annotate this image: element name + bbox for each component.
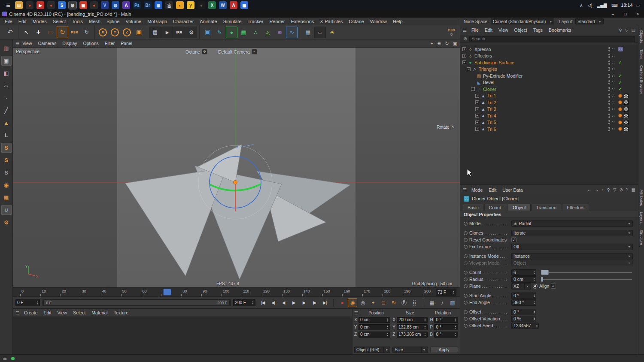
menu-tools[interactable]: Tools [69, 18, 86, 25]
attr-plane-select[interactable]: XZ▼ [511, 283, 531, 290]
s-app-icon[interactable]: S [58, 1, 66, 9]
bridge-icon[interactable]: Br [144, 1, 152, 9]
record-scale-button[interactable]: □ [379, 299, 388, 307]
visibility-dots[interactable] [608, 54, 611, 58]
magnet-snap-icon[interactable]: ∪ [1, 205, 12, 215]
play-button[interactable]: ▶ [289, 299, 298, 307]
grid-blue-app-icon[interactable]: ▦ [240, 1, 248, 9]
menu-render[interactable]: Render [266, 18, 288, 25]
rotation-h-field[interactable]: 0 °▲▼ [434, 317, 458, 323]
spinner-arrows-icon[interactable]: ▲▼ [535, 324, 538, 328]
tree-row-cloner[interactable]: −∷Cloner∷✓ [460, 86, 638, 93]
keyframe-selection-button[interactable]: ◎ [358, 299, 368, 307]
model-mode-icon[interactable]: ▣ [1, 56, 12, 66]
active-app-icon[interactable]: ◉ [69, 1, 76, 9]
tree-row-triangles[interactable]: −△Triangles∷ [460, 66, 638, 73]
psr-tool[interactable]: PSR [69, 27, 80, 38]
a-app-icon[interactable]: A [122, 1, 130, 9]
hud-octane[interactable]: Octane ⚙ [185, 49, 207, 54]
start-menu-icon[interactable]: ☰ [4, 1, 12, 9]
enable-axis-icon[interactable]: L [1, 130, 12, 140]
keyframe-dot-icon[interactable] [464, 317, 468, 321]
tray-expand-icon[interactable]: ∧ [580, 3, 583, 8]
menu-extensions[interactable]: Extensions [288, 18, 317, 25]
history-back-icon[interactable]: ← [587, 187, 592, 192]
tab-basic[interactable]: Basic [463, 204, 483, 211]
material-tag-icon[interactable] [618, 127, 622, 131]
paint-setup-icon[interactable]: ◉ [1, 180, 12, 190]
om-menu-edit[interactable]: Edit [482, 27, 495, 33]
am-help-icon[interactable]: ? [626, 187, 629, 192]
visibility-dots[interactable] [608, 47, 611, 51]
video-app-icon[interactable]: ▶ [36, 1, 44, 9]
word-icon[interactable]: W [219, 1, 227, 9]
texture-tag-icon[interactable] [624, 113, 629, 118]
slider-handle[interactable] [541, 277, 543, 282]
menu-character[interactable]: Character [170, 18, 197, 25]
clock[interactable]: 18:14 [621, 3, 633, 8]
hud-default-camera[interactable]: Default Camera + [218, 49, 257, 54]
spinner-arrows-icon[interactable]: ▲▼ [532, 301, 535, 305]
am-lock-icon[interactable]: ⊘ [620, 187, 623, 192]
record-position-button[interactable]: + [368, 299, 378, 307]
camera-move-icon[interactable]: + [252, 49, 257, 54]
layer-dots-icon[interactable]: ∷ [612, 47, 617, 51]
volume-builder[interactable]: ≋ [274, 27, 286, 38]
plane-radio[interactable] [533, 284, 538, 289]
spinner-arrows-icon[interactable]: ▲▼ [532, 278, 535, 281]
current-frame-field[interactable]: 73 F ▲▼ [436, 289, 456, 296]
spinner-arrows-icon[interactable]: ▲▼ [35, 301, 38, 305]
viewport-menu-display[interactable]: Display [59, 41, 80, 46]
deformers[interactable]: ∿ [286, 27, 298, 38]
layer-dots-icon[interactable]: ∷ [612, 87, 617, 91]
blue-grid-app-icon[interactable]: ▦ [155, 1, 162, 9]
position-x-field[interactable]: 0 cm▲▼ [358, 317, 390, 323]
maximize-button[interactable]: □ [619, 10, 632, 18]
lock-y-axis[interactable]: Y [109, 27, 121, 38]
am-menu-mode[interactable]: Mode [468, 187, 486, 193]
expander-icon[interactable]: + [475, 94, 479, 98]
photoshop-icon[interactable]: Ps [133, 1, 141, 9]
fields[interactable]: ◬ [262, 27, 273, 38]
viewport-menu-view[interactable]: View [19, 41, 35, 46]
notification-icon[interactable]: ▭ [636, 3, 640, 8]
spinner-arrows-icon[interactable]: ▲▼ [386, 332, 389, 336]
layer-dots-icon[interactable]: ∷ [612, 100, 617, 105]
psr-mini-icon[interactable]: PSR [448, 28, 455, 32]
section-header[interactable]: Object Properties [460, 211, 638, 218]
texture-tag-icon[interactable] [624, 127, 629, 131]
expander-icon[interactable]: + [475, 107, 479, 111]
material-tag-icon[interactable] [618, 94, 622, 98]
layer-dots-icon[interactable]: ∷ [612, 80, 617, 84]
snap-2d-icon[interactable]: S [1, 168, 12, 178]
workplane-mode-icon[interactable]: ▱ [1, 81, 12, 90]
dark-app-icon[interactable]: ● [197, 1, 205, 9]
close-button[interactable]: × [632, 10, 644, 18]
expander-icon[interactable]: + [475, 127, 479, 131]
tab-object[interactable]: Object [508, 204, 530, 211]
panel-menu-icon[interactable]: ☰ [15, 41, 19, 46]
keyframe-dot-icon[interactable] [464, 222, 468, 226]
side-tab-objects[interactable]: Objects [639, 27, 644, 46]
material-menu-view[interactable]: View [55, 310, 70, 315]
texture-tag-icon[interactable] [624, 100, 629, 105]
menu-mesh[interactable]: Mesh [86, 18, 103, 25]
viewport-3d-scene[interactable]: Y X [13, 48, 460, 287]
size-y-field[interactable]: 132.83 cm▲▼ [397, 324, 428, 330]
kanji-app-icon[interactable]: 言 [165, 1, 173, 9]
material-tag-icon[interactable] [618, 100, 622, 104]
range-start-field[interactable]: 0 F ▲▼ [15, 299, 40, 306]
layer-dots-icon[interactable]: ∷ [612, 107, 617, 111]
attr-clones-select[interactable]: Iterate▼ [511, 230, 633, 236]
keyframe-dot-icon[interactable] [464, 231, 468, 235]
keyframe-dot-icon[interactable] [464, 301, 468, 305]
menu-modes[interactable]: Modes [30, 18, 50, 25]
spreadsheet-button[interactable]: ▥ [448, 299, 457, 307]
history-forward-icon[interactable]: → [595, 187, 599, 192]
spinner-arrows-icon[interactable]: ▲▼ [423, 332, 426, 336]
spinner-arrows-icon[interactable]: ▲▼ [532, 294, 535, 298]
attr-start-angle-field[interactable]: 0 °▲▼ [511, 293, 536, 299]
record-objects-button[interactable]: ● [337, 299, 347, 307]
viewport-menu-filter[interactable]: Filter [102, 41, 118, 46]
preview-range-slider[interactable]: 0 F 200 F [43, 299, 231, 306]
